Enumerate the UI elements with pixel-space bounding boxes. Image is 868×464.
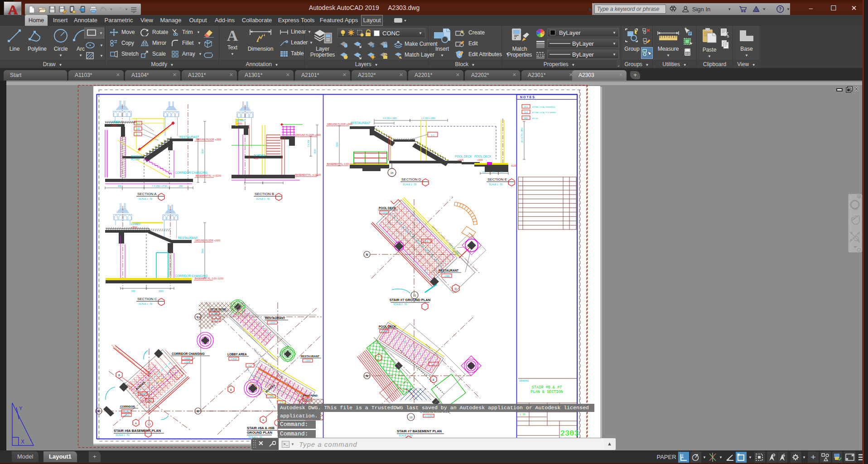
- svg-text:S-2: S-2: [424, 240, 428, 243]
- svg-text:GROUND FLOOR +2000: GROUND FLOOR +2000: [196, 138, 221, 141]
- svg-text:x: x: [30, 438, 32, 442]
- svg-text:BASEMENT FL. 0.00(-)1200: BASEMENT FL. 0.00(-)1200: [195, 277, 223, 280]
- svg-text:K: K: [197, 410, 199, 413]
- svg-text:±1200: ±1200: [511, 165, 517, 167]
- svg-text:K: K: [97, 410, 100, 413]
- svg-text:A: A: [262, 419, 264, 421]
- svg-text:LOBBY: LOBBY: [131, 222, 141, 225]
- svg-text:+2000: +2000: [184, 357, 190, 360]
- svg-text:13: 13: [410, 416, 413, 419]
- svg-text:E: E: [433, 378, 434, 381]
- svg-text:2303: 2303: [560, 429, 579, 438]
- svg-text:7 X 254 = 2740: 7 X 254 = 2740: [152, 185, 167, 187]
- svg-text:14: 14: [414, 349, 416, 351]
- svg-text:1 X 300 = 2850: 1 X 300 = 2850: [421, 117, 435, 120]
- svg-text:RESTAURANT: RESTAURANT: [351, 121, 371, 124]
- svg-text:X: X: [21, 439, 24, 445]
- svg-text:+1600: +1600: [381, 330, 387, 333]
- svg-text:BORDES: BORDES: [254, 154, 265, 157]
- svg-text:930: 930: [131, 290, 135, 292]
- svg-text:+350: +350: [304, 398, 309, 401]
- svg-text:SCALE 1 : 50: SCALE 1 : 50: [139, 197, 153, 200]
- svg-text:RESTAURANT: RESTAURANT: [439, 269, 458, 272]
- svg-text:SCALE 1 : 50: SCALE 1 : 50: [256, 197, 270, 200]
- svg-text:GROUND FLOOR +2000: GROUND FLOOR +2000: [195, 239, 220, 242]
- svg-text:300: 300: [492, 171, 495, 173]
- svg-text:+1600: +1600: [458, 159, 463, 161]
- svg-text:STONE LOCAL POLISHING: STONE LOCAL POLISHING: [532, 111, 556, 114]
- svg-text:13: 13: [419, 353, 421, 355]
- svg-text:13: 13: [413, 294, 416, 297]
- svg-text:A: A: [135, 422, 137, 425]
- svg-text:SCALE 1 : 50: SCALE 1 : 50: [489, 183, 503, 186]
- svg-text:POOL DECK: POOL DECK: [379, 206, 396, 210]
- svg-text:RESTAURANT: RESTAURANT: [301, 355, 319, 358]
- svg-text:12: 12: [416, 240, 419, 243]
- svg-text:3000: 3000: [201, 149, 204, 154]
- svg-text:10: 10: [426, 249, 429, 252]
- svg-text:STAIR #6A & #6B: STAIR #6A & #6B: [247, 426, 275, 430]
- svg-text:13: 13: [148, 423, 151, 426]
- svg-text:11: 11: [421, 245, 424, 247]
- svg-text:E: E: [230, 388, 232, 391]
- svg-text:1 : 50: 1 : 50: [520, 413, 526, 416]
- svg-text:BORDES: BORDES: [131, 155, 142, 158]
- svg-text:ROOM: ROOM: [131, 158, 140, 161]
- svg-text:3 X 254: 3 X 254: [308, 140, 310, 147]
- svg-text:4 X 160 = 1800: 4 X 160 = 1800: [383, 117, 397, 120]
- svg-text:+1600: +1600: [477, 159, 483, 161]
- svg-text:14: 14: [406, 231, 409, 234]
- svg-text:S-1: S-1: [431, 134, 434, 137]
- svg-text:SCALE 1 : 50: SCALE 1 : 50: [116, 434, 130, 436]
- svg-text:SECTION D: SECTION D: [401, 177, 421, 182]
- svg-text:13: 13: [411, 236, 414, 238]
- svg-text:15: 15: [391, 172, 394, 174]
- svg-text:POOL DECK: POOL DECK: [474, 155, 492, 158]
- svg-text:GROUND FLOOR +2000: GROUND FLOOR +2000: [295, 134, 321, 136]
- svg-text:+(-)1200: +(-)1200: [424, 415, 433, 417]
- svg-text:16: 16: [404, 341, 406, 343]
- svg-text:STONE LOCAL FINISHING: STONE LOCAL FINISHING: [532, 106, 555, 108]
- svg-text:+600: +600: [254, 158, 259, 160]
- svg-text:400: 400: [500, 171, 503, 173]
- svg-text:+3500: +3500: [236, 123, 242, 125]
- svg-text:Y: Y: [19, 406, 23, 411]
- svg-text:+600: +600: [268, 395, 273, 398]
- svg-text:+3500: +3500: [111, 124, 117, 127]
- svg-text:16 X 178 = 2850: 16 X 178 = 2850: [521, 127, 523, 143]
- svg-text:S-2: S-2: [524, 111, 528, 114]
- svg-text:STAIR #7 BASEMENT PLAN: STAIR #7 BASEMENT PLAN: [397, 429, 442, 433]
- svg-text:N O T E S: N O T E S: [520, 96, 535, 99]
- svg-text:S-1: S-1: [524, 105, 528, 108]
- svg-text:+2000: +2000: [269, 321, 275, 324]
- svg-text:3200: 3200: [336, 142, 338, 147]
- svg-text:CORRIDOR CHANGING: CORRIDOR CHANGING: [175, 171, 207, 174]
- svg-text:LOBBY AREA: LOBBY AREA: [227, 353, 247, 356]
- svg-text:LOTUS POND: LOTUS POND: [301, 394, 318, 397]
- svg-text:S-1: S-1: [432, 363, 435, 366]
- svg-text:L: L: [197, 316, 199, 319]
- svg-text:SCALE 1 : 50: SCALE 1 : 50: [393, 303, 407, 306]
- svg-text:15: 15: [409, 345, 411, 347]
- svg-text:150: 150: [179, 185, 183, 187]
- svg-text:DRAWING: DRAWING: [519, 380, 529, 382]
- svg-text:N: N: [366, 374, 368, 378]
- svg-text:S-2: S-2: [148, 399, 151, 402]
- svg-text:15: 15: [401, 227, 404, 229]
- svg-text:LOBBY: LOBBY: [111, 120, 121, 124]
- svg-text:12: 12: [424, 357, 426, 359]
- svg-text:+1600: +1600: [381, 211, 387, 214]
- svg-text:SCALE 1 : 50: SCALE 1 : 50: [399, 434, 413, 437]
- svg-text:GROUND FLOOR +2000: GROUND FLOOR +2000: [327, 123, 352, 125]
- svg-text:POOL DECK: POOL DECK: [379, 325, 396, 328]
- svg-text:CORRIDOR: CORRIDOR: [120, 405, 135, 408]
- svg-text:3500: 3500: [201, 249, 204, 254]
- svg-text:B: B: [118, 374, 120, 377]
- svg-text:+1600: +1600: [123, 414, 130, 416]
- svg-text:LOBBY: LOBBY: [236, 119, 246, 122]
- svg-text:STAIR #6 & #7: STAIR #6 & #7: [532, 385, 562, 390]
- svg-text:D: D: [455, 287, 457, 290]
- svg-text:STAIR #7 GROUND PLAN: STAIR #7 GROUND PLAN: [390, 298, 430, 302]
- svg-text:N: N: [366, 253, 368, 256]
- svg-text:+3500: +3500: [231, 358, 237, 360]
